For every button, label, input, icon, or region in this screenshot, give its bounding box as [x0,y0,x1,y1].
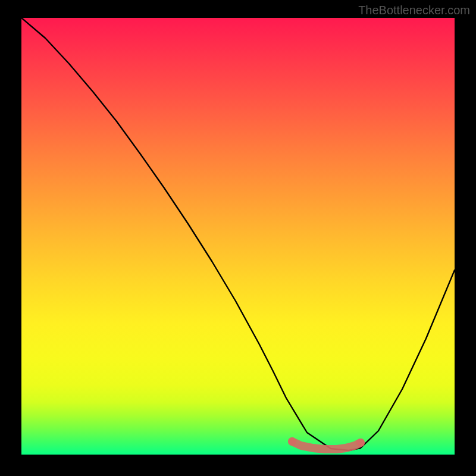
plot-area [21,18,455,455]
curve-layer [21,18,455,455]
optimal-band-start-dot [288,437,296,446]
attribution-label: TheBottlenecker.com [358,4,470,17]
bottleneck-chart: TheBottlenecker.com [0,0,476,476]
bottleneck-curve [21,18,455,450]
optimal-band [292,441,361,449]
optimal-band-end-dot [356,439,365,447]
